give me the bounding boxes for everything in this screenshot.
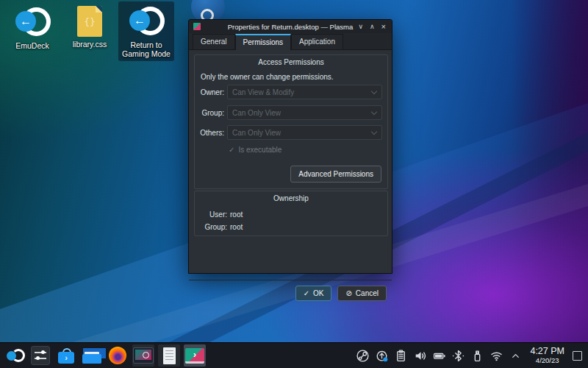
braces-glyph: {} — [77, 6, 102, 37]
user-value: root — [230, 210, 243, 219]
maximize-icon[interactable]: ∧ — [370, 20, 375, 33]
discover-store-button[interactable]: › — [55, 344, 77, 367]
group-title: Access Permissions — [195, 55, 387, 66]
permissions-pane: Access Permissions Only the owner can ch… — [189, 50, 392, 273]
wifi-tray-icon[interactable] — [490, 349, 503, 363]
tab-general[interactable]: General — [193, 34, 235, 49]
file-manager-button[interactable] — [81, 344, 103, 367]
user-row: User: root — [198, 210, 243, 219]
tab-application[interactable]: Application — [291, 34, 343, 49]
is-executable-label: Is executable — [238, 146, 282, 154]
owner-permission-dropdown[interactable]: Can View & Modify — [227, 85, 382, 99]
group-permission-row: Group: Can Only View — [198, 105, 382, 120]
task-properties-dialog-active[interactable]: › — [184, 344, 206, 367]
group-permission-dropdown[interactable]: Can Only View — [227, 105, 382, 120]
clock-widget[interactable]: 4:27 PM 4/20/23 — [530, 347, 564, 364]
steamdeck-launcher-icon — [6, 347, 24, 364]
desktop-icon-emudeck[interactable]: ← EmuDeck — [4, 4, 60, 50]
clock-time: 4:27 PM — [530, 347, 564, 357]
others-permission-dropdown[interactable]: Can Only View — [227, 125, 382, 140]
screenshot-tool-icon — [133, 347, 154, 364]
left-arrow-icon: ← — [134, 15, 146, 26]
firefox-button[interactable] — [107, 344, 129, 367]
others-permission-row: Others: Can Only View — [198, 125, 382, 140]
desktop-icon-return-to-gaming-mode[interactable]: ← Return to Gaming Mode — [118, 1, 174, 61]
dialog-titlebar: Properties for Return.desktop — Plasma ∨… — [189, 20, 392, 33]
group-title: Ownership — [195, 191, 387, 202]
permissions-note: Only the owner can change permissions. — [201, 73, 334, 81]
clock-date: 4/20/23 — [536, 357, 559, 364]
access-permissions-group: Access Permissions Only the owner can ch… — [194, 54, 388, 189]
cancel-button[interactable]: ⊘ Cancel — [337, 286, 387, 301]
dialog-tabbar: General Permissions Application — [189, 33, 392, 50]
properties-dialog: Properties for Return.desktop — Plasma ∨… — [188, 19, 392, 274]
steam-tray-icon[interactable] — [356, 349, 370, 363]
owner-group-label: Group: — [198, 223, 227, 231]
owner-permission-row: Owner: Can View & Modify — [198, 85, 382, 99]
tab-permissions[interactable]: Permissions — [235, 34, 291, 50]
sliders-icon — [31, 346, 50, 365]
desktop: ← EmuDeck {} library.css ← Return to Gam… — [0, 0, 588, 368]
chevron-right-icon: › — [58, 352, 74, 364]
checkmark-icon: ✓ — [304, 289, 309, 297]
css-file-icon: {} — [77, 6, 102, 37]
desktop-icon-label: EmuDeck — [15, 41, 49, 50]
expand-tray-chevron-icon[interactable] — [509, 349, 523, 363]
advanced-permissions-button[interactable]: Advanced Permissions — [290, 166, 381, 183]
quick-settings-button[interactable] — [29, 344, 51, 367]
document-icon — [163, 347, 176, 364]
taskbar: › › — [0, 342, 588, 368]
application-launcher-button[interactable] — [4, 344, 26, 367]
desktop-icon-label: library.css — [73, 40, 107, 49]
firefox-icon — [109, 347, 126, 364]
clipboard-tray-icon[interactable] — [394, 349, 408, 363]
ok-button[interactable]: ✓ OK — [295, 286, 332, 301]
desktop-icon-library-css[interactable]: {} library.css — [62, 6, 118, 49]
folder-icon — [82, 347, 101, 364]
shopping-bag-icon: › — [58, 347, 74, 364]
desktop-icon-label: Return to Gaming Mode — [122, 40, 171, 58]
user-label: User: — [198, 210, 227, 219]
return-to-gaming-mode-icon: ← — [129, 4, 163, 38]
others-label: Others: — [198, 129, 224, 137]
bluetooth-tray-icon[interactable] — [451, 349, 465, 363]
close-icon[interactable]: × — [381, 20, 386, 33]
ownership-group: Ownership User: root Group: root — [194, 191, 388, 236]
group-label: Group: — [198, 109, 224, 117]
owner-label: Owner: — [198, 88, 224, 96]
dialog-footer-separator — [189, 280, 392, 280]
checkmark-icon: ✓ — [229, 146, 234, 154]
chevron-down-icon — [371, 129, 377, 135]
battery-tray-icon[interactable] — [432, 349, 446, 363]
task-screenshot-tool[interactable] — [132, 344, 154, 367]
left-arrow-icon: ← — [20, 15, 32, 27]
show-desktop-button[interactable] — [573, 351, 582, 361]
is-executable-checkbox[interactable]: ✓ Is executable — [229, 146, 282, 154]
emudeck-icon: ← — [15, 4, 49, 38]
group-row: Group: root — [198, 223, 243, 231]
task-document-window[interactable] — [158, 344, 180, 367]
removable-device-tray-icon[interactable] — [470, 349, 484, 363]
volume-tray-icon[interactable] — [413, 349, 427, 363]
desktop-settings-icon: › — [185, 348, 204, 364]
chevron-down-icon — [371, 88, 377, 94]
owner-group-value: root — [230, 223, 243, 231]
cancel-circle-icon: ⊘ — [345, 289, 351, 297]
chevron-down-icon — [371, 109, 377, 115]
updates-tray-icon[interactable] — [375, 349, 389, 363]
minimize-icon[interactable]: ∨ — [358, 20, 363, 33]
